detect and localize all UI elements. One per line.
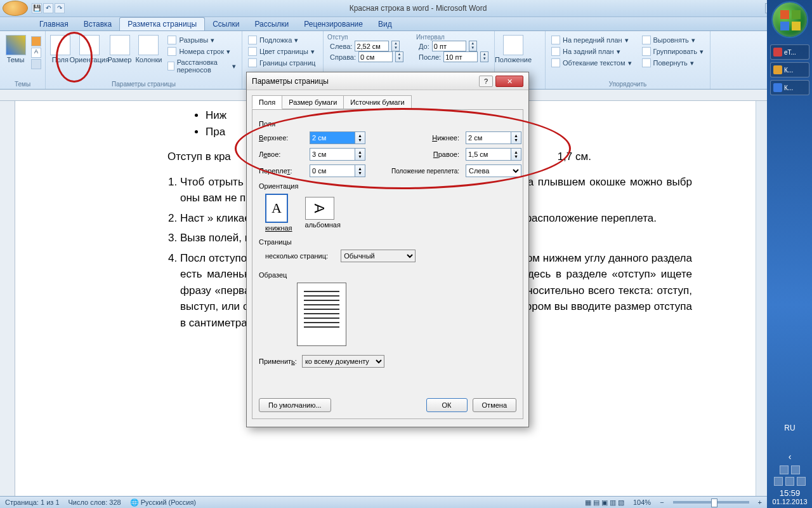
spinner-icon[interactable]: ▲▼ xyxy=(355,131,365,144)
apply-to-select[interactable]: ко всему документу xyxy=(302,355,384,368)
multi-pages-label: несколько страниц: xyxy=(265,252,328,260)
status-lang[interactable]: 🌐 Русский (Россия) xyxy=(130,498,196,507)
top-margin-input[interactable] xyxy=(310,131,355,144)
vertical-scrollbar[interactable] xyxy=(756,101,767,496)
taskbar-app[interactable]: К... xyxy=(770,80,809,95)
gutter-pos-select[interactable]: Слева xyxy=(466,164,521,177)
redo-icon[interactable]: ↷ xyxy=(55,3,65,13)
window-title: Красная строка в word - Microsoft Word xyxy=(71,4,765,13)
tab-mailings[interactable]: Рассылки xyxy=(247,18,296,30)
dialog-tab-paper[interactable]: Размер бумаги xyxy=(282,95,344,109)
zoom-slider[interactable] xyxy=(673,501,749,504)
left-margin-input[interactable] xyxy=(310,148,355,161)
section-orientation-label: Ориентация xyxy=(259,182,516,190)
theme-fonts-icon[interactable]: A xyxy=(31,48,41,58)
indent-left-input[interactable] xyxy=(355,41,389,51)
theme-colors-icon[interactable] xyxy=(31,36,41,46)
left-margin-label: Левое: xyxy=(259,150,303,158)
default-button[interactable]: По умолчанию... xyxy=(259,398,331,412)
zoom-in-button[interactable]: + xyxy=(758,498,762,506)
section-pages-label: Страницы xyxy=(259,238,516,246)
start-button[interactable] xyxy=(771,1,808,38)
rotate-button[interactable]: Повернуть ▾ xyxy=(640,58,706,68)
lang-indicator[interactable]: RU xyxy=(771,424,808,432)
watermark-button[interactable]: Подложка ▾ xyxy=(246,35,319,45)
tray-icon[interactable] xyxy=(785,477,794,486)
tray-icon[interactable] xyxy=(774,477,783,486)
breaks-button[interactable]: Разрывы ▾ xyxy=(166,35,238,45)
line-numbers-button[interactable]: Номера строк ▾ xyxy=(166,46,238,57)
send-back-button[interactable]: На задний план ▾ xyxy=(549,46,634,57)
tab-page-layout[interactable]: Разметка страницы xyxy=(119,17,205,30)
columns-button[interactable]: Колонки xyxy=(135,32,162,64)
tray-icon[interactable] xyxy=(797,477,806,486)
group-button[interactable]: Группировать ▾ xyxy=(640,46,706,57)
page-borders-button[interactable]: Границы страниц xyxy=(246,58,319,68)
zoom-out-button[interactable]: − xyxy=(660,498,664,506)
status-page[interactable]: Страница: 1 из 1 xyxy=(5,498,60,506)
title-bar: 💾 ↶ ↷ Красная строка в word - Microsoft … xyxy=(0,0,812,17)
spinner-icon[interactable]: ▲▼ xyxy=(355,148,365,161)
spacing-before-input[interactable] xyxy=(432,41,466,51)
landscape-option[interactable]: A альбомная xyxy=(305,194,341,232)
dialog-tab-source[interactable]: Источник бумаги xyxy=(343,95,411,109)
taskbar-app[interactable]: еТ... xyxy=(770,44,809,60)
group-themes-label: Темы xyxy=(0,81,45,88)
portrait-option[interactable]: A книжная xyxy=(265,194,292,232)
section-preview-label: Образец xyxy=(259,271,516,279)
vertical-ruler[interactable] xyxy=(0,101,15,496)
save-icon[interactable]: 💾 xyxy=(32,3,42,13)
clock[interactable]: 15:59 xyxy=(771,488,808,498)
tab-review[interactable]: Рецензирование xyxy=(296,18,370,30)
ok-button[interactable]: ОК xyxy=(426,398,468,412)
zoom-level[interactable]: 104% xyxy=(633,498,651,506)
status-words[interactable]: Число слов: 328 xyxy=(69,498,121,506)
right-margin-label: Правое: xyxy=(377,150,459,158)
office-button[interactable] xyxy=(3,1,28,16)
cancel-button[interactable]: Отмена xyxy=(473,398,516,412)
page-color-button[interactable]: Цвет страницы ▾ xyxy=(246,46,319,57)
system-tray[interactable]: RU ‹ 15:59 01.12.2013 xyxy=(771,424,808,505)
align-button[interactable]: Выровнять ▾ xyxy=(640,35,706,45)
page-setup-dialog: Параметры страницы ? ✕ Поля Размер бумаг… xyxy=(246,72,529,427)
show-hidden-icon[interactable]: ‹ xyxy=(771,451,808,462)
bring-front-button[interactable]: На передний план ▾ xyxy=(549,35,634,45)
preview-box xyxy=(297,283,346,346)
spinner-icon[interactable]: ▲▼ xyxy=(355,164,365,177)
bottom-margin-input[interactable] xyxy=(466,131,511,144)
hyphenation-button[interactable]: Расстановка переносов ▾ xyxy=(166,58,238,74)
dialog-tab-margins[interactable]: Поля xyxy=(252,95,282,109)
tab-insert[interactable]: Вставка xyxy=(76,18,120,30)
indent-right-input[interactable] xyxy=(358,51,393,62)
undo-icon[interactable]: ↶ xyxy=(43,3,53,13)
themes-button[interactable]: Темы xyxy=(4,32,27,64)
tray-icon[interactable] xyxy=(780,465,789,474)
margins-button[interactable]: Поля xyxy=(49,32,71,64)
tab-home[interactable]: Главная xyxy=(32,18,76,30)
orientation-button[interactable]: Ориентация xyxy=(75,32,104,64)
spinner-icon[interactable]: ▲▼ xyxy=(511,131,521,144)
spinner-icon[interactable]: ▲▼ xyxy=(511,148,521,161)
quick-access-toolbar: 💾 ↶ ↷ xyxy=(32,3,65,13)
doc-text: 1,7 см. xyxy=(558,150,591,163)
multi-pages-select[interactable]: Обычный xyxy=(341,250,416,262)
top-margin-label: Верхнее: xyxy=(259,134,303,142)
gutter-input[interactable] xyxy=(310,164,355,177)
group-page-setup-label: Параметры страницы xyxy=(46,81,242,88)
gutter-label: Переплет: xyxy=(259,167,303,175)
text-wrap-button[interactable]: Обтекание текстом ▾ xyxy=(549,58,634,68)
dialog-close-button[interactable]: ✕ xyxy=(495,76,523,87)
view-buttons[interactable]: ▦ ▤ ▣ ▥ ▧ xyxy=(585,498,624,507)
tray-icon[interactable] xyxy=(791,465,800,474)
taskbar-app[interactable]: К... xyxy=(770,62,809,77)
right-margin-input[interactable] xyxy=(466,148,511,161)
spacing-after-input[interactable] xyxy=(443,51,478,62)
size-button[interactable]: Размер xyxy=(108,32,132,64)
position-button[interactable]: Положение xyxy=(499,32,528,64)
tab-references[interactable]: Ссылки xyxy=(205,18,247,30)
dialog-help-button[interactable]: ? xyxy=(479,76,493,87)
spacing-title: Интервал xyxy=(416,34,488,41)
tab-view[interactable]: Вид xyxy=(370,18,400,30)
theme-effects-icon[interactable] xyxy=(31,59,41,69)
date[interactable]: 01.12.2013 xyxy=(771,498,808,505)
